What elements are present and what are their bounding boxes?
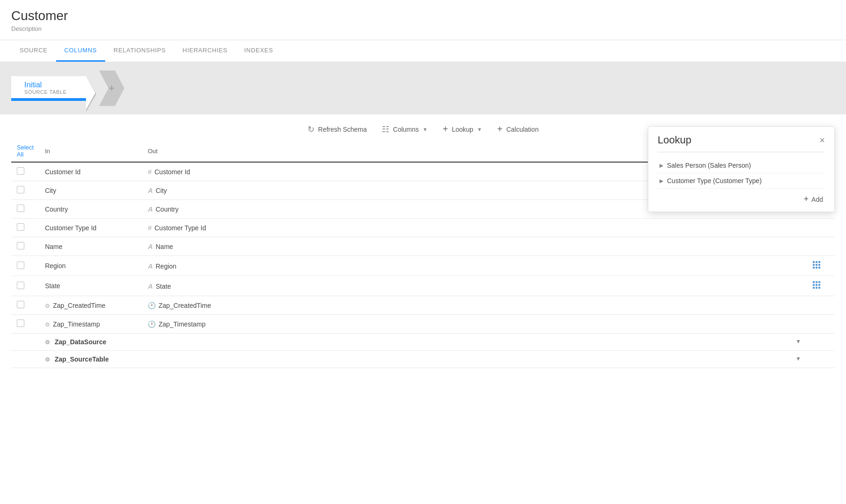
calculation-label: Calculation bbox=[506, 126, 538, 133]
row-in-zap-timestamp: ⚙Zap_Timestamp bbox=[39, 315, 142, 334]
tab-hierarchies[interactable]: HIERARCHIES bbox=[174, 40, 236, 62]
row-actions-datasource bbox=[807, 334, 835, 351]
table-grid-icon-region[interactable] bbox=[812, 263, 821, 270]
columns-button[interactable]: ☷ Columns ▼ bbox=[382, 124, 428, 135]
sourcetable-dropdown-icon[interactable]: ▼ bbox=[796, 355, 801, 362]
datasource-label: Zap_DataSource bbox=[55, 338, 106, 346]
type-icon-datetime: 🕐 bbox=[148, 302, 156, 309]
checkbox-country[interactable] bbox=[17, 205, 24, 212]
col-header-in: In bbox=[39, 140, 142, 162]
row-in-customer-type-id: Customer Type Id bbox=[39, 219, 142, 237]
tab-indexes[interactable]: INDEXES bbox=[236, 40, 282, 62]
row-in-region: Region bbox=[39, 256, 142, 276]
lookup-item-customer-type[interactable]: ▶ Customer Type (Customer Type) bbox=[658, 173, 825, 189]
pipeline-step-title: Initial bbox=[24, 81, 67, 89]
refresh-schema-button[interactable]: ↻ Refresh Schema bbox=[308, 124, 367, 135]
row-checkbox-datasource bbox=[11, 334, 39, 351]
row-out-state: AState bbox=[142, 276, 807, 296]
row-actions-region[interactable] bbox=[807, 256, 835, 276]
row-label-datasource[interactable]: ⚙ Zap_DataSource ▼ bbox=[39, 334, 807, 351]
row-in-state: State bbox=[39, 276, 142, 296]
svg-rect-7 bbox=[813, 267, 815, 269]
row-actions-customer-type-id bbox=[807, 219, 835, 237]
columns-label: Columns bbox=[393, 126, 419, 133]
row-checkbox-country[interactable] bbox=[11, 200, 39, 219]
calculation-button[interactable]: + Calculation bbox=[497, 124, 538, 135]
svg-rect-2 bbox=[816, 261, 817, 263]
table-row: Customer Type Id #Customer Type Id bbox=[11, 219, 835, 237]
svg-rect-12 bbox=[818, 281, 820, 283]
type-icon-string-name: A bbox=[148, 242, 153, 250]
pipeline-step-initial[interactable]: Initial SOURCE TABLE bbox=[11, 76, 86, 101]
lookup-popup-divider bbox=[658, 152, 825, 152]
page-title: Customer bbox=[11, 8, 835, 23]
row-out-name: AName bbox=[142, 237, 807, 256]
gear-icon-createdtime: ⚙ bbox=[45, 303, 50, 309]
type-icon-string-region: A bbox=[148, 262, 153, 270]
lookup-popup-header: Lookup × bbox=[658, 134, 825, 146]
checkbox-customer-id[interactable] bbox=[17, 167, 24, 175]
checkbox-name[interactable] bbox=[17, 242, 24, 249]
table-grid-icon-state[interactable] bbox=[812, 283, 821, 291]
row-label-sourcetable[interactable]: ⚙ Zap_SourceTable ▼ bbox=[39, 351, 807, 368]
step-active-indicator bbox=[11, 98, 86, 99]
lookup-add-button[interactable]: + Add bbox=[658, 189, 825, 204]
row-in-country: Country bbox=[39, 200, 142, 219]
gear-icon-datasource: ⚙ bbox=[45, 339, 50, 346]
row-checkbox-region[interactable] bbox=[11, 256, 39, 276]
step-arrow-fill bbox=[86, 76, 95, 110]
columns-chevron-icon: ▼ bbox=[423, 127, 428, 132]
refresh-icon: ↻ bbox=[308, 124, 315, 135]
lookup-button[interactable]: + Lookup ▼ bbox=[443, 124, 482, 135]
pipeline-add-container: + bbox=[99, 71, 124, 106]
row-actions-state[interactable] bbox=[807, 276, 835, 296]
sourcetable-label: Zap_SourceTable bbox=[55, 355, 109, 363]
lookup-popup-close-button[interactable]: × bbox=[819, 135, 825, 145]
row-out-customer-type-id: #Customer Type Id bbox=[142, 219, 807, 237]
svg-rect-18 bbox=[818, 287, 820, 289]
table-row: ⚙Zap_CreatedTime 🕐Zap_CreatedTime bbox=[11, 296, 835, 315]
table-row: ⚙Zap_Timestamp 🕐Zap_Timestamp bbox=[11, 315, 835, 334]
row-out-zap-timestamp: 🕐Zap_Timestamp bbox=[142, 315, 807, 334]
row-in-zap-createdtime: ⚙Zap_CreatedTime bbox=[39, 296, 142, 315]
row-checkbox-zap-timestamp[interactable] bbox=[11, 315, 39, 334]
svg-rect-15 bbox=[818, 284, 820, 286]
svg-rect-10 bbox=[813, 281, 815, 283]
lookup-popup: Lookup × ▶ Sales Person (Sales Person) ▶… bbox=[648, 126, 835, 212]
row-checkbox-state[interactable] bbox=[11, 276, 39, 296]
type-icon-string: A bbox=[148, 186, 153, 194]
row-checkbox-customer-type-id[interactable] bbox=[11, 219, 39, 237]
svg-rect-4 bbox=[813, 264, 815, 266]
checkbox-zap-timestamp[interactable] bbox=[17, 319, 24, 327]
checkbox-state[interactable] bbox=[17, 282, 24, 289]
tab-source[interactable]: SOURCE bbox=[11, 40, 56, 62]
expand-icon-sales-person: ▶ bbox=[660, 163, 663, 169]
row-checkbox-customer-id[interactable] bbox=[11, 162, 39, 181]
datasource-dropdown-icon[interactable]: ▼ bbox=[796, 338, 801, 345]
type-icon-number-ctype: # bbox=[148, 224, 151, 232]
row-checkbox-name[interactable] bbox=[11, 237, 39, 256]
row-checkbox-zap-createdtime[interactable] bbox=[11, 296, 39, 315]
checkbox-region[interactable] bbox=[17, 262, 24, 269]
svg-rect-5 bbox=[816, 264, 817, 266]
checkbox-customer-type-id[interactable] bbox=[17, 223, 24, 231]
columns-table-container: Select All In Out Customer Id #Customer … bbox=[0, 140, 846, 368]
lookup-chevron-icon: ▼ bbox=[477, 127, 482, 132]
row-out-region: ARegion bbox=[142, 256, 807, 276]
checkbox-zap-createdtime[interactable] bbox=[17, 301, 24, 308]
select-all-link[interactable]: Select All bbox=[17, 144, 34, 158]
row-checkbox-city[interactable] bbox=[11, 181, 39, 200]
table-row: Name AName bbox=[11, 237, 835, 256]
tab-columns[interactable]: COLUMNS bbox=[56, 40, 106, 62]
tab-relationships[interactable]: RELATIONSHIPS bbox=[105, 40, 174, 62]
row-actions-zap-timestamp bbox=[807, 315, 835, 334]
pipeline-add-step[interactable]: + bbox=[99, 71, 124, 106]
svg-rect-17 bbox=[816, 287, 817, 289]
lookup-item-sales-person[interactable]: ▶ Sales Person (Sales Person) bbox=[658, 158, 825, 173]
gear-icon-timestamp: ⚙ bbox=[45, 321, 50, 328]
row-in-customer-id: Customer Id bbox=[39, 162, 142, 181]
checkbox-city[interactable] bbox=[17, 186, 24, 193]
lookup-add-label: Add bbox=[811, 196, 823, 203]
grid-svg-region bbox=[812, 261, 821, 269]
lookup-popup-title: Lookup bbox=[658, 134, 691, 146]
